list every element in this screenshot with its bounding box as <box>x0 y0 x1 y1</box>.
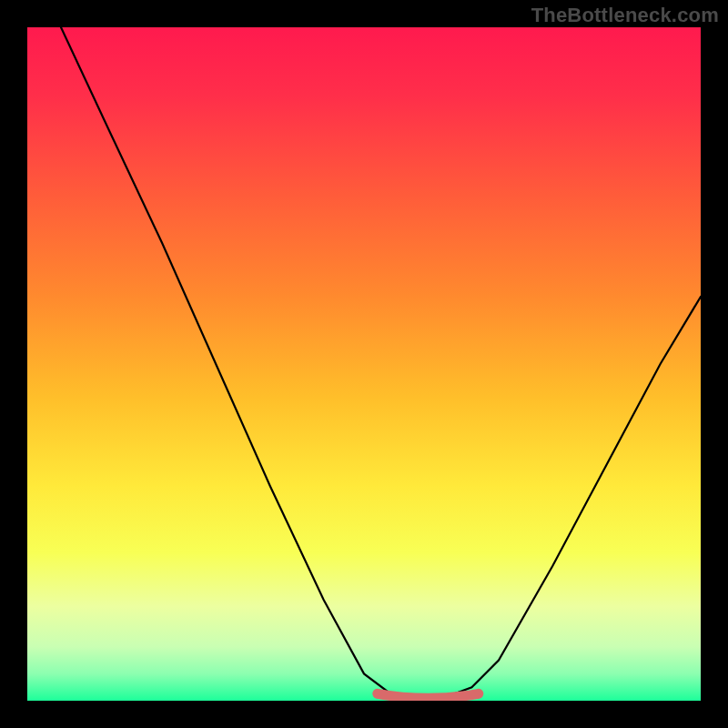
chart-frame: TheBottleneck.com <box>0 0 728 728</box>
optimal-well-highlight <box>27 27 701 701</box>
watermark-text: TheBottleneck.com <box>531 4 719 27</box>
plot-area <box>27 27 701 701</box>
